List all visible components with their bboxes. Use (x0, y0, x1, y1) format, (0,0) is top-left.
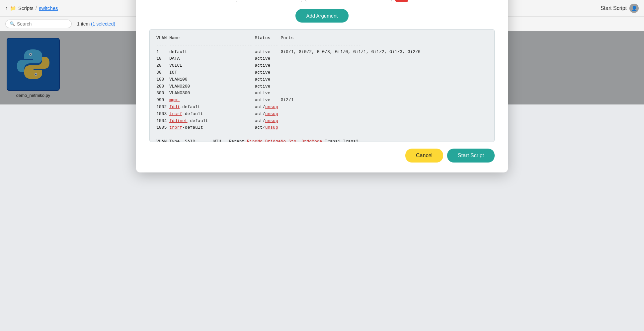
start-script-topbar-button[interactable]: Start Script 👤 (601, 4, 639, 13)
output-line: 300 VLAN0300 active (156, 90, 488, 97)
brdgmode-link[interactable]: BrdgMode (301, 139, 322, 142)
output-line: 1004 fddinet-default act/unsup (156, 118, 488, 125)
output-line: 30 IOT active (156, 69, 488, 76)
scripts-link[interactable]: Scripts (18, 5, 34, 11)
stp-link[interactable]: Stp (288, 139, 296, 142)
bridgeno-link[interactable]: BridgeNo (265, 139, 286, 142)
mgmt-link[interactable]: mgmt (169, 98, 180, 102)
modal: 👆 Click Start Script if no arguments are… (136, 0, 508, 172)
folder-icon: 📁 (10, 5, 16, 11)
output-line: 999 mgmt active Gi2/1 (156, 97, 488, 104)
output-line: VLAN Type SAID MTU Parent RingNo BridgeN… (156, 138, 488, 142)
remove-argument-button[interactable]: − (395, 0, 408, 2)
unsup-link-1004[interactable]: unsup (265, 118, 278, 123)
breadcrumb: ↑ 📁 Scripts / switches (5, 5, 58, 11)
trbrf-link[interactable]: trbrf (169, 125, 182, 130)
breadcrumb-separator: / (36, 5, 37, 11)
ringno-link[interactable]: RingNo (247, 139, 263, 142)
current-path[interactable]: switches (39, 5, 58, 11)
search-icon: 🔍 (10, 21, 15, 26)
selected-count: (1 selected) (91, 21, 115, 27)
output-line: 1003 trcrf-default act/unsup (156, 111, 488, 118)
output-line: 1005 trbrf-default act/unsup (156, 124, 488, 131)
argument-name-input[interactable] (236, 0, 302, 2)
output-line: 100 VLAN100 active (156, 76, 488, 83)
search-box[interactable]: 🔍 (5, 20, 72, 28)
output-area[interactable]: VLAN Name Status Ports ---- ------------… (149, 29, 495, 142)
output-line: VLAN Name Status Ports (156, 35, 488, 42)
unsup-link-1002[interactable]: unsup (265, 104, 278, 109)
fddinet-link[interactable]: fddinet (169, 118, 188, 123)
output-line: ---- -------------------------------- --… (156, 42, 488, 49)
start-script-button[interactable]: Start Script (447, 149, 495, 163)
output-line (156, 131, 488, 138)
modal-footer: Cancel Start Script (149, 149, 495, 163)
output-line: 1002 fddi-default act/unsup (156, 104, 488, 111)
modal-overlay: 👆 Click Start Script if no arguments are… (0, 31, 644, 104)
start-script-topbar-label: Start Script (601, 5, 627, 11)
item-count: 1 item (1 selected) (77, 21, 115, 27)
output-line: 1 default active Gi0/1, Gi0/2, Gi0/3, Gi… (156, 49, 488, 56)
cancel-button[interactable]: Cancel (405, 149, 443, 163)
main-area: demo_netmiko.py 👆 Click Start Script if … (0, 31, 644, 104)
fddi-link[interactable]: fddi (169, 104, 180, 109)
person-icon: 👤 (629, 4, 639, 13)
argument-row: − (149, 0, 495, 2)
trcrf-link[interactable]: trcrf (169, 111, 182, 116)
up-icon[interactable]: ↑ (5, 5, 8, 11)
unsup-link-1003[interactable]: unsup (265, 111, 278, 116)
output-line: 200 VLAN0200 active (156, 83, 488, 90)
item-count-text: 1 item (77, 21, 90, 27)
search-input[interactable] (17, 21, 63, 27)
output-line: 20 VOICE active (156, 62, 488, 69)
unsup-link-1005[interactable]: unsup (265, 125, 278, 130)
add-argument-button[interactable]: Add Argument (295, 9, 348, 23)
output-line: 10 DATA active (156, 55, 488, 62)
argument-value-input[interactable] (305, 0, 392, 2)
